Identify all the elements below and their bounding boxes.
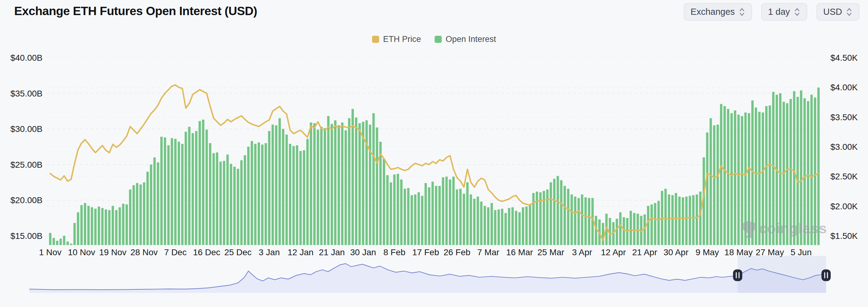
svg-text:10 Nov: 10 Nov (68, 247, 95, 257)
svg-text:26 Feb: 26 Feb (443, 247, 470, 257)
svg-text:7 Mar: 7 Mar (477, 247, 499, 257)
svg-text:16 Dec: 16 Dec (193, 247, 220, 257)
svg-text:7 Dec: 7 Dec (164, 247, 186, 257)
svg-text:12 Apr: 12 Apr (601, 247, 626, 257)
coinglass-eth-open-interest-page: Exchange ETH Futures Open Interest (USD)… (0, 0, 868, 307)
svg-text:16 Mar: 16 Mar (506, 247, 533, 257)
svg-text:30 Jan: 30 Jan (350, 247, 376, 257)
svg-text:$15.00B: $15.00B (10, 231, 42, 241)
svg-text:17 Feb: 17 Feb (412, 247, 439, 257)
open-interest-bars[interactable] (49, 88, 819, 245)
svg-text:25 Mar: 25 Mar (537, 247, 564, 257)
x-axis-labels: 1 Nov10 Nov19 Nov28 Nov7 Dec16 Dec25 Dec… (39, 247, 812, 257)
svg-text:28 Nov: 28 Nov (130, 247, 158, 257)
svg-text:21 Jan: 21 Jan (319, 247, 345, 257)
svg-text:$30.00B: $30.00B (10, 124, 42, 134)
svg-text:$1.50K: $1.50K (830, 231, 858, 241)
svg-text:19 Nov: 19 Nov (99, 247, 127, 257)
svg-text:$20.00B: $20.00B (10, 195, 42, 205)
coinglass-watermark: coinglass (742, 220, 827, 238)
svg-text:$4.00K: $4.00K (830, 83, 858, 92)
svg-text:3 Jan: 3 Jan (258, 247, 280, 257)
right-axis-labels: $4.50K$4.00K$3.50K$3.00K$2.50K$2.00K$1.5… (830, 53, 858, 241)
svg-text:1 Nov: 1 Nov (39, 247, 61, 257)
svg-text:3 Apr: 3 Apr (572, 247, 592, 257)
svg-text:$25.00B: $25.00B (10, 160, 42, 170)
svg-text:$35.00B: $35.00B (10, 89, 42, 98)
svg-text:21 Apr: 21 Apr (632, 247, 657, 257)
navigator-selection[interactable] (738, 256, 826, 293)
svg-text:$3.00K: $3.00K (830, 142, 858, 152)
svg-text:$3.50K: $3.50K (830, 113, 858, 122)
svg-text:$2.50K: $2.50K (830, 172, 858, 181)
navigator-area (29, 264, 826, 293)
range-navigator[interactable] (29, 256, 831, 293)
svg-text:30 Apr: 30 Apr (664, 247, 689, 257)
svg-text:18 May: 18 May (724, 247, 753, 257)
svg-text:$40.00B: $40.00B (10, 53, 42, 63)
svg-text:25 Dec: 25 Dec (224, 247, 252, 257)
svg-text:27 May: 27 May (756, 247, 784, 257)
svg-text:9 May: 9 May (695, 247, 719, 257)
left-axis-labels: $40.00B$35.00B$30.00B$25.00B$20.00B$15.0… (10, 53, 42, 241)
svg-text:5 Jun: 5 Jun (790, 247, 812, 257)
open-interest-chart[interactable]: coinglass$40.00B$35.00B$30.00B$25.00B$20… (0, 0, 868, 307)
svg-text:8 Feb: 8 Feb (383, 247, 406, 257)
navigator-right-handle[interactable] (822, 269, 831, 281)
svg-text:coinglass: coinglass (759, 220, 827, 237)
svg-text:$2.00K: $2.00K (830, 202, 858, 211)
svg-text:12 Jan: 12 Jan (287, 247, 313, 257)
svg-text:$4.50K: $4.50K (830, 53, 858, 63)
navigator-left-handle[interactable] (733, 269, 742, 281)
